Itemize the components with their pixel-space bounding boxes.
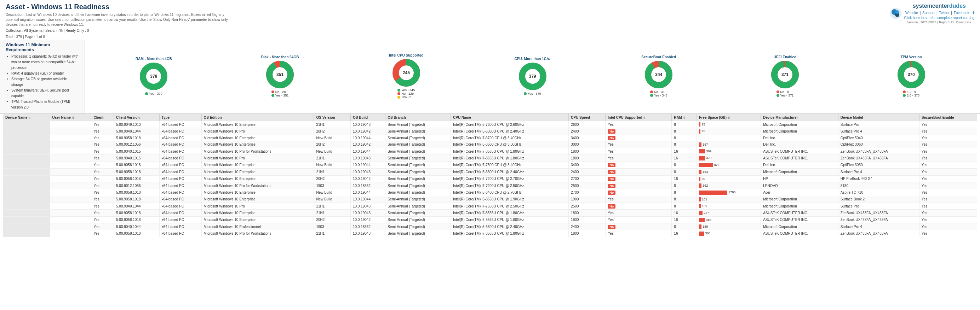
chart-ram-donut: 379	[140, 62, 168, 90]
table-row: Yes5.00.9058.1018x64-based PCMicrosoft W…	[3, 196, 977, 202]
data-cell: x64-based PC	[159, 161, 201, 168]
blurred-cell	[3, 169, 50, 176]
data-cell: 5.00.9040.1015	[114, 155, 160, 161]
chart-disk-title: Disk - More than 64GB	[217, 55, 343, 59]
data-cell: Surface Pro 4	[838, 169, 919, 176]
free-space-value: 95	[702, 123, 705, 126]
chart-cpu-speed-center: 379	[529, 74, 536, 79]
data-cell: Intel(R) Core(TM) i7-8565U CPU @ 1.80GHz	[450, 155, 568, 161]
chart-disk-center: 351	[277, 72, 283, 77]
free-space-cell: 95	[697, 121, 761, 128]
data-cell: 8	[672, 121, 697, 128]
free-space-cell: 227	[697, 210, 761, 216]
col-free-space[interactable]: Free Space (GB) ⇅	[697, 114, 761, 121]
devices-table: Device Name ⇅ User Name ⇅ Client Client …	[3, 114, 977, 237]
data-cell: Yes	[919, 216, 977, 223]
blurred-cell	[3, 134, 50, 141]
free-space-value: 345	[706, 218, 711, 221]
data-cell: 5.00.9058.1018	[114, 189, 160, 196]
data-cell: Yes	[919, 134, 977, 141]
data-cell: 1900	[569, 196, 606, 202]
twitter-link[interactable]: Twitter	[939, 11, 949, 15]
blurred-cell	[50, 128, 91, 134]
blurred-cell	[3, 230, 50, 237]
blurred-cell	[50, 182, 91, 189]
table-row: Yes5.00.9040.1044x64-based PCMicrosoft W…	[3, 223, 977, 230]
yes-cell: Yes	[606, 121, 672, 128]
chart-uefi-legend: No - 8 Yes - 371	[776, 90, 794, 97]
table-row: Yes5.00.9012.1056x64-based PCMicrosoft W…	[3, 182, 977, 189]
report-catalog-link[interactable]: Click here to see the complete report ca…	[904, 16, 974, 20]
col-ram[interactable]: RAM ⇅	[672, 114, 697, 121]
chart-secureboot-donut: 344	[644, 60, 673, 89]
col-user-name[interactable]: User Name ⇅	[50, 114, 91, 121]
requirements-title: Windows 11 Minimum Requirements	[6, 43, 79, 52]
header-left: Asset - Windows 11 Readiness Description…	[6, 3, 232, 33]
free-space-cell: 153	[697, 169, 761, 176]
blurred-cell	[50, 121, 91, 128]
col-os-edition[interactable]: OS Edition	[201, 114, 314, 121]
data-table-section: Device Name ⇅ User Name ⇅ Client Client …	[0, 114, 980, 237]
col-intel-supported[interactable]: Intel CPU Supported ⇅	[606, 114, 672, 121]
col-device-name[interactable]: Device Name ⇅	[3, 114, 50, 121]
data-cell: 8	[672, 141, 697, 148]
col-client[interactable]: Client	[91, 114, 114, 121]
col-client-version[interactable]: Client Version	[114, 114, 160, 121]
free-space-bar	[699, 163, 713, 167]
data-cell: Dell Inc.	[761, 134, 838, 141]
data-cell: Semi-Annual (Targeted)	[385, 176, 451, 182]
facebook-link[interactable]: Facebook	[954, 11, 969, 15]
col-type[interactable]: Type	[159, 114, 201, 121]
data-cell: 1903	[314, 223, 350, 230]
free-space-bar	[699, 231, 704, 236]
col-cpu-name[interactable]: CPU Name	[450, 114, 568, 121]
col-os-version[interactable]: OS Version	[314, 114, 350, 121]
free-space-bar	[699, 142, 702, 147]
data-cell: Semi-Annual (Targeted)	[385, 148, 451, 155]
col-manufacturer[interactable]: Device Manufacturer	[761, 114, 838, 121]
data-cell: 5.00.9058.1018	[114, 196, 160, 202]
chart-disk-legend: No - 28 Yes - 351	[272, 90, 289, 97]
header-nav: Website | Support | Twitter | Facebook ℹ	[904, 11, 974, 15]
blurred-cell	[3, 155, 50, 161]
support-link[interactable]: Support	[922, 11, 935, 15]
requirements-list: Processor: 1 gigahertz (GHz) or faster w…	[6, 54, 79, 110]
data-cell: Yes	[919, 210, 977, 216]
data-cell: x64-based PC	[159, 230, 201, 237]
data-cell: Surface Pro	[838, 202, 919, 209]
data-cell: 5.00.9058.1018	[114, 230, 160, 237]
data-cell: New Build	[314, 161, 350, 168]
website-link[interactable]: Website	[905, 11, 918, 15]
data-cell: Microsoft Windows 10 Pro	[201, 128, 314, 134]
col-os-branch[interactable]: OS Branch	[385, 114, 451, 121]
data-cell: Microsoft Windows 10 Entreprise	[201, 169, 314, 176]
blurred-cell	[3, 128, 50, 134]
data-cell: Yes	[91, 176, 114, 182]
data-cell: HP	[761, 176, 838, 182]
data-cell: 10.0.19042	[350, 128, 385, 134]
no-badge: No	[608, 184, 616, 188]
table-row: Yes5.00.9058.1018x64-based PCMicrosoft W…	[3, 169, 977, 176]
data-cell: 5.00.9012.1056	[114, 182, 160, 189]
data-cell: 5.00.9049.1010	[114, 121, 160, 128]
data-cell: Yes	[91, 202, 114, 209]
data-cell: Semi-Annual (Targeted)	[385, 202, 451, 209]
blurred-cell	[50, 196, 91, 202]
chart-disk: Disk - More than 64GB 351 No - 28 Yes - …	[217, 55, 343, 98]
data-cell: Yes	[919, 176, 977, 182]
no-badge: No	[608, 136, 616, 140]
data-cell: Intel(R) Core(TM) i7-7200U CPU @ 2.50GHz	[450, 182, 568, 189]
data-cell: 2400	[569, 169, 606, 176]
col-secureboot[interactable]: SecureBoot Enable	[919, 114, 977, 121]
info-icon[interactable]: ℹ	[972, 11, 974, 15]
col-model[interactable]: Device Model	[838, 114, 919, 121]
col-os-build[interactable]: OS Build	[350, 114, 385, 121]
chart-secureboot-center: 344	[655, 72, 662, 77]
data-cell: Semi-Annual (Targeted)	[385, 189, 451, 196]
col-cpu-speed[interactable]: CPU Speed	[569, 114, 606, 121]
data-cell: Yes	[919, 121, 977, 128]
data-cell: 21H1	[314, 230, 350, 237]
data-cell: 5.00.9058.1018	[114, 169, 160, 176]
blurred-cell	[50, 155, 91, 161]
table-row: Yes5.00.9040.1044x64-based PCMicrosoft W…	[3, 202, 977, 209]
